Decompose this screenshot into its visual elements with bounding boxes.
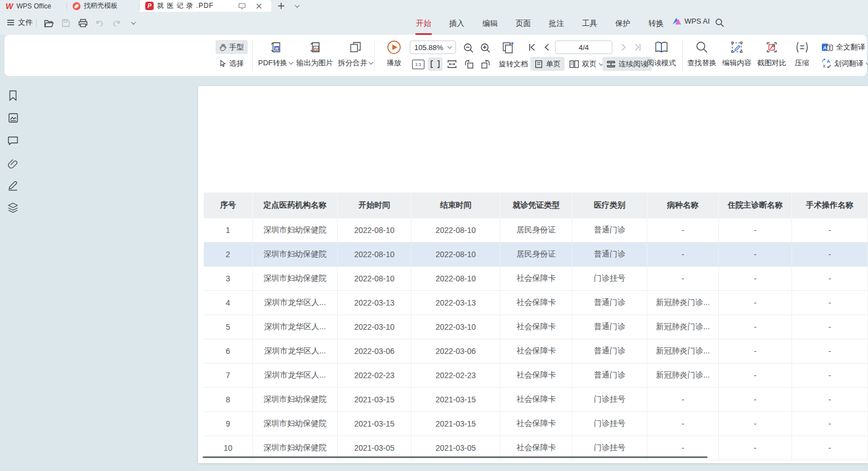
table-cell: 普通门诊 [572,218,647,243]
table-cell: 5 [204,315,253,339]
menu-edit[interactable]: 编辑 [482,17,498,30]
full-translate-button[interactable]: A 全文翻译 [817,40,868,54]
table-row: 4深圳市龙华区人...2022-03-132022-03-13社会保障卡普通门诊… [204,291,868,315]
screenshot-compare-label: 截图对比 [757,58,786,68]
tab-wps-home[interactable]: W WPS Office [0,0,66,12]
tab-list-chevron-icon[interactable] [290,0,304,12]
find-replace-button[interactable]: 查找替换 [684,39,719,72]
hand-tool-button[interactable]: 手型 [216,40,248,54]
menu-annotate[interactable]: 批注 [548,17,565,30]
rotate-left-button[interactable] [462,57,476,71]
table-cell: - [792,364,868,388]
read-mode-button[interactable]: 阅读模式 [644,39,679,72]
tab-docer-label: 找稻壳模板 [84,1,118,11]
menu-convert[interactable]: 转换 [648,17,664,30]
save-icon[interactable] [60,17,72,29]
wps-ai-button[interactable]: WPS AI [672,17,710,25]
fit-width-button[interactable] [428,57,442,71]
menu-page[interactable]: 页面 [515,17,531,30]
rotate-right-button[interactable] [478,57,493,71]
edit-content-button[interactable]: 编辑内容 [719,39,754,72]
chevron-down-icon [448,44,452,48]
table-cell: - [792,388,868,412]
table-cell: 居民身份证 [500,243,572,267]
replace-pages-button[interactable] [499,39,517,56]
ribbon-toolbar: 手型 选择 W PDF转换 输出为图片 拆分合并 [5,35,867,76]
file-menu-button[interactable]: 文件 [7,17,33,28]
close-tab-icon[interactable] [252,3,266,9]
zoom-level-value: 105.88% [414,43,443,52]
menu-insert[interactable]: 插入 [449,17,465,30]
single-page-button[interactable]: 单页 [530,57,565,71]
rotate-document-button[interactable]: 旋转文档 [495,57,532,71]
ribbon-separator [682,40,683,71]
tab-document-active[interactable]: P 就 医 记 录 .PDF [140,0,271,12]
pdf-convert-button[interactable]: W PDF转换 [254,39,297,72]
double-page-button[interactable]: 双页 [565,57,607,71]
book-icon [644,39,679,55]
previous-page-button[interactable] [541,41,552,54]
table-cell: - [792,218,868,243]
undo-icon[interactable] [93,17,106,29]
monitor-icon[interactable] [235,3,249,10]
zoom-out-button[interactable] [462,41,475,55]
table-cell: - [719,267,792,291]
undo-history-chevron-icon[interactable] [127,17,140,29]
thumbnails-panel-button[interactable] [7,111,19,124]
table-row: 6深圳市龙华区人...2022-03-062022-03-06社会保障卡普通门诊… [204,339,868,364]
table-cell: 社会保障卡 [500,291,572,315]
svg-text:A: A [823,44,827,50]
edit-content-label: 编辑内容 [722,58,751,68]
menu-tools[interactable]: 工具 [581,17,598,30]
select-tool-button[interactable]: 选择 [216,56,248,70]
fit-page-button[interactable] [445,57,459,71]
table-cell: 新冠肺炎门诊... [647,315,719,339]
redo-icon[interactable] [110,17,123,29]
signature-panel-button[interactable] [7,179,19,191]
comments-panel-button[interactable] [7,134,19,147]
table-header-cell: 病种名称 [647,192,719,218]
first-page-button[interactable] [526,41,538,54]
zoom-level-dropdown[interactable]: 105.88% [410,41,456,54]
zoom-in-button[interactable] [478,41,492,55]
new-tab-icon[interactable] [271,0,290,12]
word-translate-label: 划词翻译 [834,59,863,69]
bookmarks-panel-button[interactable] [7,89,19,102]
actual-size-button[interactable]: 1:1 [411,58,426,70]
table-cell: 门诊挂号 [572,412,647,436]
pdf-page: 序号定点医药机构名称开始时间结束时间就诊凭证类型医疗类别病种名称住院主诊断名称手… [198,86,868,463]
compress-button[interactable]: 压缩 [788,39,816,72]
word-translate-button[interactable]: xA 划词翻译 [817,56,868,70]
menu-bar: 文件 开始 插入 编辑 页面 批注 [0,12,868,35]
table-cell: 新冠肺炎门诊... [647,339,719,364]
double-page-icon [569,60,579,69]
screenshot-compare-icon [754,39,789,55]
table-cell: 深圳市龙华区人... [253,315,338,339]
pdf-convert-icon: W [254,39,297,55]
compress-label: 压缩 [795,58,809,68]
split-merge-button[interactable]: 拆分合并 [334,39,377,72]
table-cell: 2022-08-10 [338,243,411,267]
last-page-button[interactable] [632,41,644,54]
hand-tool-label: 手型 [229,42,244,52]
wps-ai-icon [672,17,682,25]
attachments-panel-button[interactable] [7,157,19,169]
select-tool-label: 选择 [229,59,244,69]
next-page-button[interactable] [618,41,629,54]
table-row: 9深圳市妇幼保健院2021-03-152021-03-15社会保障卡门诊挂号--… [204,412,868,436]
export-image-button[interactable]: 输出为图片 [293,39,336,72]
layers-panel-button[interactable] [7,201,19,214]
print-icon[interactable] [77,17,89,29]
tab-docer-templates[interactable]: 找稻壳模板 [67,0,139,12]
page-number-input[interactable]: 4/4 [555,41,612,54]
play-label: 播放 [387,58,401,68]
menubar-search-icon[interactable] [715,18,724,28]
open-file-icon[interactable] [43,17,55,29]
find-replace-label: 查找替换 [687,58,717,68]
table-row: 5深圳市龙华区人...2022-03-102022-03-10社会保障卡普通门诊… [204,315,868,339]
menu-protect[interactable]: 保护 [615,17,631,30]
play-button[interactable]: 播放 [379,39,409,72]
menu-home[interactable]: 开始 [415,17,432,30]
screenshot-compare-button[interactable]: 截图对比 [754,39,789,72]
paperclip-icon [7,158,19,169]
